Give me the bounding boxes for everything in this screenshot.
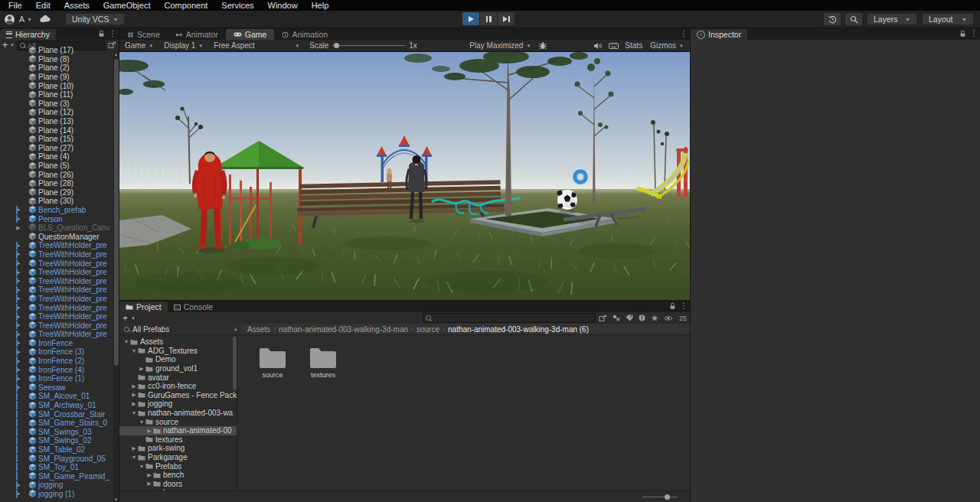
folder-tree-item[interactable]: ▼Prefabs bbox=[119, 461, 237, 471]
hierarchy-item[interactable]: SM_Archway_01› bbox=[0, 401, 119, 410]
project-search-input[interactable] bbox=[423, 313, 596, 323]
project-content-grid[interactable]: sourcetextures bbox=[237, 335, 690, 491]
hierarchy-item[interactable]: ▶TreeWithHolder_pre› bbox=[0, 276, 119, 285]
label-icon[interactable] bbox=[626, 315, 633, 321]
menu-edit[interactable]: Edit bbox=[29, 0, 57, 11]
scale-slider[interactable] bbox=[332, 45, 405, 47]
expand-arrow-icon[interactable]: ▶ bbox=[145, 428, 153, 434]
hierarchy-item[interactable]: Plane (9) bbox=[0, 73, 119, 82]
game-display-mode-dropdown[interactable]: Game ▼ bbox=[119, 40, 158, 51]
hierarchy-item[interactable]: SM_Crossbar_Stair› bbox=[0, 409, 119, 419]
expand-arrow-icon[interactable]: ▶ bbox=[130, 445, 138, 451]
hierarchy-item[interactable]: Plane (17) bbox=[0, 46, 119, 55]
hierarchy-item[interactable]: ▶IronFence (1) bbox=[0, 374, 119, 383]
hierarchy-item[interactable]: SM_Alcove_01› bbox=[0, 392, 119, 401]
panel-menu-icon[interactable]: ⋮ bbox=[680, 302, 688, 310]
asset-folder-tile[interactable]: source bbox=[253, 347, 292, 379]
keyboard-icon[interactable] bbox=[609, 42, 619, 50]
panel-menu-icon[interactable]: ⋮ bbox=[970, 30, 978, 37]
game-viewport[interactable] bbox=[119, 52, 690, 300]
hierarchy-item[interactable]: ▶jogging bbox=[0, 481, 119, 490]
hierarchy-item[interactable]: ▶IronFence (3) bbox=[0, 347, 119, 357]
expand-arrow-icon[interactable]: ▶ bbox=[145, 490, 153, 491]
breadcrumb-item[interactable]: nathan-animated-003-walking-3d-man (6) bbox=[448, 325, 589, 334]
alert-icon[interactable] bbox=[639, 315, 645, 321]
play-button[interactable] bbox=[462, 12, 479, 25]
hierarchy-item[interactable]: Plane (4) bbox=[0, 152, 119, 161]
stats-toggle[interactable]: Stats bbox=[625, 41, 642, 50]
hierarchy-item[interactable]: Plane (2) bbox=[0, 64, 119, 73]
hierarchy-item[interactable]: Plane (12) bbox=[0, 108, 119, 117]
hierarchy-item[interactable]: Plane (14) bbox=[0, 126, 119, 135]
breadcrumb-item[interactable]: nathan-animated-003-walking-3d-man bbox=[279, 325, 408, 334]
eye-icon[interactable] bbox=[664, 315, 673, 321]
gizmos-dropdown[interactable]: Gizmos ▼ bbox=[648, 41, 685, 50]
folder-tree-item[interactable]: ▶lamps bbox=[119, 488, 237, 491]
hierarchy-item[interactable]: ▶TreeWithHolder_pre› bbox=[0, 303, 119, 312]
hierarchy-item[interactable]: SM_Table_02› bbox=[0, 445, 119, 455]
hierarchy-scrollbar[interactable]: ▲ ▼ bbox=[113, 51, 119, 502]
expand-arrow-icon[interactable]: ▶ bbox=[130, 401, 138, 407]
hierarchy-item[interactable]: Plane (10) bbox=[0, 81, 119, 90]
hierarchy-item[interactable]: Plane (30) bbox=[0, 197, 119, 206]
hierarchy-item[interactable]: ▶TreeWithHolder_pre› bbox=[0, 250, 119, 259]
menu-assets[interactable]: Assets bbox=[57, 0, 96, 11]
folder-tree-item[interactable]: ▶GuruGames - Fence Pack bbox=[119, 391, 237, 400]
tab-console[interactable]: Console bbox=[168, 302, 220, 312]
hierarchy-item[interactable]: ▶BLS_Question_Canva bbox=[0, 223, 119, 233]
step-button[interactable] bbox=[498, 12, 514, 25]
hierarchy-item[interactable]: ▶TreeWithHolder_pre› bbox=[0, 259, 119, 268]
panel-menu-icon[interactable]: ⋮ bbox=[109, 30, 116, 37]
star-icon[interactable] bbox=[651, 315, 658, 321]
folder-tree-item[interactable]: ▶doors bbox=[119, 480, 237, 489]
mute-audio-icon[interactable] bbox=[593, 42, 603, 50]
tree-scrollbar-thumb[interactable] bbox=[233, 337, 237, 390]
hierarchy-item[interactable]: Plane (29) bbox=[0, 188, 119, 197]
tab-project[interactable]: Project bbox=[119, 302, 168, 312]
layout-dropdown[interactable]: Layout ▼ bbox=[922, 13, 974, 25]
chevron-down-icon[interactable]: ▼ bbox=[131, 316, 136, 321]
tab-animation[interactable]: Animation bbox=[274, 29, 335, 40]
lock-icon[interactable] bbox=[669, 302, 676, 310]
menu-help[interactable]: Help bbox=[305, 0, 336, 11]
display-dropdown[interactable]: Display 1 ▼ bbox=[158, 40, 208, 51]
favorites-header[interactable]: All Prefabs ▲ bbox=[119, 324, 241, 334]
hierarchy-item[interactable]: ▶jogging (1) bbox=[0, 490, 119, 499]
icon-size-slider-thumb[interactable] bbox=[665, 494, 670, 500]
cloud-icon[interactable] bbox=[40, 15, 51, 23]
scale-slider-thumb[interactable] bbox=[334, 43, 339, 48]
expand-arrow-icon[interactable]: ▼ bbox=[130, 455, 138, 460]
hierarchy-item[interactable]: QuestionManager bbox=[0, 232, 119, 241]
hierarchy-item[interactable]: ▶TreeWithHolder_pre› bbox=[0, 268, 119, 277]
hierarchy-item[interactable]: Plane (27) bbox=[0, 144, 119, 153]
hierarchy-item[interactable]: ▶TreeWithHolder_pre› bbox=[0, 241, 119, 250]
expand-arrow-icon[interactable]: ▶ bbox=[138, 366, 145, 372]
expand-arrow-icon[interactable]: ▶ bbox=[130, 383, 138, 390]
project-search-field[interactable] bbox=[433, 315, 593, 321]
tab-hierarchy[interactable]: Hierarchy bbox=[0, 29, 56, 40]
picker-icon[interactable] bbox=[599, 315, 607, 322]
tab-animator[interactable]: Animator bbox=[168, 29, 226, 40]
hierarchy-item[interactable]: ▶TreeWithHolder_pre› bbox=[0, 312, 119, 321]
account-avatar-icon[interactable] bbox=[5, 15, 15, 24]
expand-arrow-icon[interactable]: ▶ bbox=[15, 225, 22, 231]
folder-tree-item[interactable]: ▶nathan-animated-00 bbox=[119, 426, 237, 435]
scrollbar-thumb[interactable] bbox=[114, 59, 119, 366]
menu-services[interactable]: Services bbox=[214, 0, 260, 11]
menu-window[interactable]: Window bbox=[261, 0, 305, 11]
icon-size-slider[interactable] bbox=[642, 497, 678, 498]
collapse-icon[interactable]: ▲ bbox=[234, 327, 238, 331]
asset-folder-tile[interactable]: textures bbox=[303, 347, 343, 379]
undo-history-button[interactable] bbox=[824, 13, 841, 25]
scroll-up-icon[interactable]: ▲ bbox=[113, 52, 119, 57]
tab-game[interactable]: Game bbox=[226, 29, 275, 40]
lock-icon[interactable] bbox=[98, 30, 105, 37]
hierarchy-item[interactable]: SM_Swings_02› bbox=[0, 436, 119, 445]
play-maximized-dropdown[interactable]: Play Maximized ▼ bbox=[468, 41, 532, 50]
debug-bug-icon[interactable] bbox=[538, 41, 547, 50]
hierarchy-item[interactable]: ▶IronFence (2) bbox=[0, 357, 119, 366]
expand-arrow-icon[interactable]: ▼ bbox=[138, 419, 145, 425]
expand-arrow-icon[interactable]: ▼ bbox=[130, 410, 138, 416]
hierarchy-item[interactable]: ▶Person bbox=[0, 214, 119, 223]
pause-button[interactable] bbox=[480, 12, 497, 25]
